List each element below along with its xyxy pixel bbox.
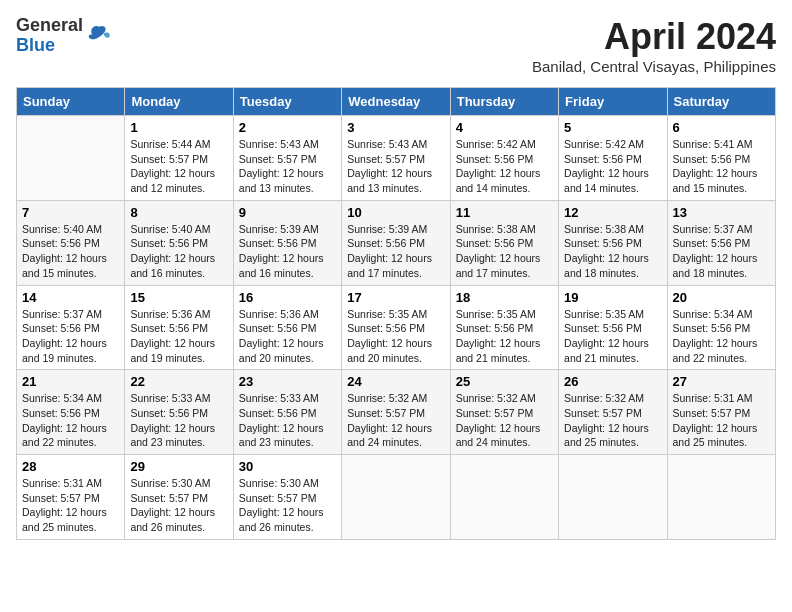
day-number: 29 (130, 459, 227, 474)
day-number: 21 (22, 374, 119, 389)
day-info: Sunrise: 5:44 AMSunset: 5:57 PMDaylight:… (130, 137, 227, 196)
day-info: Sunrise: 5:36 AMSunset: 5:56 PMDaylight:… (130, 307, 227, 366)
day-info: Sunrise: 5:35 AMSunset: 5:56 PMDaylight:… (564, 307, 661, 366)
calendar-cell: 13Sunrise: 5:37 AMSunset: 5:56 PMDayligh… (667, 200, 775, 285)
calendar-cell (17, 116, 125, 201)
calendar-cell: 1Sunrise: 5:44 AMSunset: 5:57 PMDaylight… (125, 116, 233, 201)
day-info: Sunrise: 5:42 AMSunset: 5:56 PMDaylight:… (564, 137, 661, 196)
calendar-cell: 12Sunrise: 5:38 AMSunset: 5:56 PMDayligh… (559, 200, 667, 285)
page-header: General Blue April 2024 Banilad, Central… (16, 16, 776, 75)
calendar-cell: 15Sunrise: 5:36 AMSunset: 5:56 PMDayligh… (125, 285, 233, 370)
week-row-4: 21Sunrise: 5:34 AMSunset: 5:56 PMDayligh… (17, 370, 776, 455)
calendar-cell: 29Sunrise: 5:30 AMSunset: 5:57 PMDayligh… (125, 455, 233, 540)
day-info: Sunrise: 5:36 AMSunset: 5:56 PMDaylight:… (239, 307, 336, 366)
day-info: Sunrise: 5:43 AMSunset: 5:57 PMDaylight:… (239, 137, 336, 196)
day-number: 3 (347, 120, 444, 135)
calendar-cell: 19Sunrise: 5:35 AMSunset: 5:56 PMDayligh… (559, 285, 667, 370)
day-number: 7 (22, 205, 119, 220)
day-number: 28 (22, 459, 119, 474)
day-number: 17 (347, 290, 444, 305)
calendar-cell: 6Sunrise: 5:41 AMSunset: 5:56 PMDaylight… (667, 116, 775, 201)
logo-text: General Blue (16, 16, 83, 56)
weekday-header-thursday: Thursday (450, 88, 558, 116)
calendar-cell: 21Sunrise: 5:34 AMSunset: 5:56 PMDayligh… (17, 370, 125, 455)
calendar-cell: 10Sunrise: 5:39 AMSunset: 5:56 PMDayligh… (342, 200, 450, 285)
logo-general: General (16, 16, 83, 36)
month-title: April 2024 (532, 16, 776, 58)
calendar-cell (559, 455, 667, 540)
location-subtitle: Banilad, Central Visayas, Philippines (532, 58, 776, 75)
weekday-header-wednesday: Wednesday (342, 88, 450, 116)
calendar-cell: 23Sunrise: 5:33 AMSunset: 5:56 PMDayligh… (233, 370, 341, 455)
calendar-cell (450, 455, 558, 540)
calendar-cell: 8Sunrise: 5:40 AMSunset: 5:56 PMDaylight… (125, 200, 233, 285)
calendar-cell: 20Sunrise: 5:34 AMSunset: 5:56 PMDayligh… (667, 285, 775, 370)
calendar-cell: 18Sunrise: 5:35 AMSunset: 5:56 PMDayligh… (450, 285, 558, 370)
day-info: Sunrise: 5:30 AMSunset: 5:57 PMDaylight:… (130, 476, 227, 535)
week-row-1: 1Sunrise: 5:44 AMSunset: 5:57 PMDaylight… (17, 116, 776, 201)
day-number: 20 (673, 290, 770, 305)
day-number: 15 (130, 290, 227, 305)
day-info: Sunrise: 5:31 AMSunset: 5:57 PMDaylight:… (22, 476, 119, 535)
day-number: 30 (239, 459, 336, 474)
day-number: 12 (564, 205, 661, 220)
day-number: 16 (239, 290, 336, 305)
weekday-header-tuesday: Tuesday (233, 88, 341, 116)
calendar-cell: 17Sunrise: 5:35 AMSunset: 5:56 PMDayligh… (342, 285, 450, 370)
day-info: Sunrise: 5:34 AMSunset: 5:56 PMDaylight:… (22, 391, 119, 450)
calendar-cell: 9Sunrise: 5:39 AMSunset: 5:56 PMDaylight… (233, 200, 341, 285)
day-info: Sunrise: 5:32 AMSunset: 5:57 PMDaylight:… (456, 391, 553, 450)
calendar-cell: 7Sunrise: 5:40 AMSunset: 5:56 PMDaylight… (17, 200, 125, 285)
day-info: Sunrise: 5:37 AMSunset: 5:56 PMDaylight:… (22, 307, 119, 366)
day-info: Sunrise: 5:35 AMSunset: 5:56 PMDaylight:… (456, 307, 553, 366)
day-number: 9 (239, 205, 336, 220)
day-number: 13 (673, 205, 770, 220)
day-number: 25 (456, 374, 553, 389)
day-number: 14 (22, 290, 119, 305)
day-info: Sunrise: 5:35 AMSunset: 5:56 PMDaylight:… (347, 307, 444, 366)
calendar-cell: 11Sunrise: 5:38 AMSunset: 5:56 PMDayligh… (450, 200, 558, 285)
day-number: 2 (239, 120, 336, 135)
day-number: 24 (347, 374, 444, 389)
calendar-cell: 22Sunrise: 5:33 AMSunset: 5:56 PMDayligh… (125, 370, 233, 455)
day-info: Sunrise: 5:42 AMSunset: 5:56 PMDaylight:… (456, 137, 553, 196)
logo-blue: Blue (16, 36, 83, 56)
day-info: Sunrise: 5:30 AMSunset: 5:57 PMDaylight:… (239, 476, 336, 535)
calendar-cell (667, 455, 775, 540)
calendar-cell: 4Sunrise: 5:42 AMSunset: 5:56 PMDaylight… (450, 116, 558, 201)
title-block: April 2024 Banilad, Central Visayas, Phi… (532, 16, 776, 75)
day-number: 19 (564, 290, 661, 305)
calendar-cell: 27Sunrise: 5:31 AMSunset: 5:57 PMDayligh… (667, 370, 775, 455)
calendar-table: SundayMondayTuesdayWednesdayThursdayFrid… (16, 87, 776, 540)
weekday-header-friday: Friday (559, 88, 667, 116)
day-number: 8 (130, 205, 227, 220)
day-number: 10 (347, 205, 444, 220)
day-info: Sunrise: 5:38 AMSunset: 5:56 PMDaylight:… (456, 222, 553, 281)
day-info: Sunrise: 5:41 AMSunset: 5:56 PMDaylight:… (673, 137, 770, 196)
calendar-cell: 16Sunrise: 5:36 AMSunset: 5:56 PMDayligh… (233, 285, 341, 370)
day-info: Sunrise: 5:32 AMSunset: 5:57 PMDaylight:… (347, 391, 444, 450)
calendar-cell (342, 455, 450, 540)
day-info: Sunrise: 5:38 AMSunset: 5:56 PMDaylight:… (564, 222, 661, 281)
day-number: 11 (456, 205, 553, 220)
day-info: Sunrise: 5:33 AMSunset: 5:56 PMDaylight:… (130, 391, 227, 450)
logo: General Blue (16, 16, 113, 56)
calendar-cell: 25Sunrise: 5:32 AMSunset: 5:57 PMDayligh… (450, 370, 558, 455)
day-number: 6 (673, 120, 770, 135)
day-number: 4 (456, 120, 553, 135)
day-info: Sunrise: 5:39 AMSunset: 5:56 PMDaylight:… (347, 222, 444, 281)
week-row-3: 14Sunrise: 5:37 AMSunset: 5:56 PMDayligh… (17, 285, 776, 370)
week-row-5: 28Sunrise: 5:31 AMSunset: 5:57 PMDayligh… (17, 455, 776, 540)
day-info: Sunrise: 5:39 AMSunset: 5:56 PMDaylight:… (239, 222, 336, 281)
calendar-cell: 26Sunrise: 5:32 AMSunset: 5:57 PMDayligh… (559, 370, 667, 455)
weekday-header-saturday: Saturday (667, 88, 775, 116)
calendar-cell: 3Sunrise: 5:43 AMSunset: 5:57 PMDaylight… (342, 116, 450, 201)
calendar-cell: 2Sunrise: 5:43 AMSunset: 5:57 PMDaylight… (233, 116, 341, 201)
day-info: Sunrise: 5:40 AMSunset: 5:56 PMDaylight:… (130, 222, 227, 281)
day-info: Sunrise: 5:31 AMSunset: 5:57 PMDaylight:… (673, 391, 770, 450)
day-info: Sunrise: 5:43 AMSunset: 5:57 PMDaylight:… (347, 137, 444, 196)
calendar-cell: 14Sunrise: 5:37 AMSunset: 5:56 PMDayligh… (17, 285, 125, 370)
day-info: Sunrise: 5:32 AMSunset: 5:57 PMDaylight:… (564, 391, 661, 450)
day-number: 27 (673, 374, 770, 389)
day-number: 1 (130, 120, 227, 135)
